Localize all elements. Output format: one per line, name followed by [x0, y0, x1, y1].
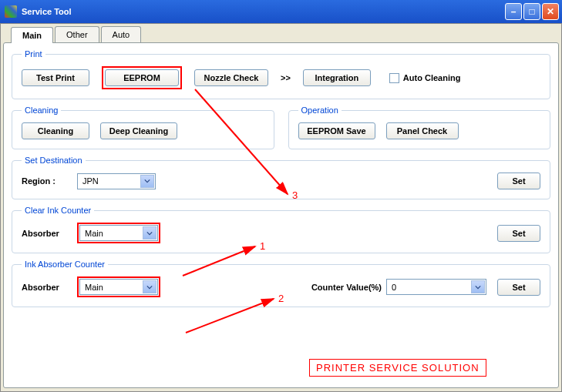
maximize-button[interactable]: □	[523, 3, 540, 20]
ink-absorber-legend: Ink Absorber Counter	[22, 260, 108, 269]
cleaning-legend: Cleaning	[22, 106, 61, 115]
ink-absorber-counter-group: Ink Absorber Counter Absorber Main Count…	[12, 260, 550, 307]
clear-ink-counter-group: Clear Ink Counter Absorber Main Set	[12, 206, 550, 253]
chevron-down-icon	[140, 175, 154, 188]
ink-absorber-value: Main	[85, 283, 103, 292]
cleaning-group: Cleaning Cleaning Deep Cleaning	[12, 106, 274, 149]
eeprom-save-button[interactable]: EEPROM Save	[298, 122, 375, 139]
chevron-down-icon	[471, 280, 485, 293]
counter-value-label: Counter Value(%)	[311, 283, 382, 292]
region-select[interactable]: JPN	[77, 173, 156, 189]
more-indicator: >>	[281, 73, 291, 82]
tab-auto[interactable]: Auto	[101, 26, 142, 42]
ink-absorber-set-button[interactable]: Set	[497, 279, 540, 296]
chevron-down-icon	[143, 226, 156, 240]
tab-bar: Main Other Auto	[11, 26, 559, 42]
print-group: Print Test Print EEPROM Nozzle Check >> …	[12, 49, 550, 99]
operation-legend: Operation	[298, 106, 342, 115]
window-body: Main Other Auto Print Test Print EEPROM …	[0, 23, 562, 392]
clear-ink-absorber-value: Main	[85, 229, 103, 238]
set-destination-legend: Set Destination	[22, 156, 86, 165]
app-icon	[5, 5, 17, 18]
tab-page-main: Print Test Print EEPROM Nozzle Check >> …	[3, 42, 559, 388]
window-title: Service Tool	[22, 7, 505, 16]
counter-value-select[interactable]: 0	[386, 279, 486, 295]
clear-ink-absorber-label: Absorber	[22, 229, 77, 238]
chevron-down-icon	[143, 280, 156, 293]
print-legend: Print	[22, 49, 45, 59]
eeprom-button[interactable]: EEPROM	[105, 69, 179, 86]
deep-cleaning-button[interactable]: Deep Cleaning	[100, 122, 177, 139]
tab-other[interactable]: Other	[55, 26, 99, 42]
set-destination-set-button[interactable]: Set	[497, 173, 540, 189]
clear-ink-set-button[interactable]: Set	[497, 225, 540, 242]
panel-check-button[interactable]: Panel Check	[386, 122, 459, 139]
cleaning-button[interactable]: Cleaning	[22, 122, 89, 139]
counter-value: 0	[392, 283, 396, 292]
operation-group: Operation EEPROM Save Panel Check	[288, 106, 551, 149]
close-button[interactable]: ✕	[542, 3, 559, 20]
tab-main[interactable]: Main	[11, 27, 53, 43]
region-label: Region :	[22, 176, 77, 186]
nozzle-check-button[interactable]: Nozzle Check	[194, 69, 268, 86]
ink-absorber-select[interactable]: Main	[79, 279, 158, 295]
titlebar: Service Tool – □ ✕	[0, 0, 562, 23]
region-value: JPN	[82, 176, 99, 186]
set-destination-group: Set Destination Region : JPN Set	[12, 156, 550, 199]
auto-cleaning-label: Auto Cleaning	[403, 73, 461, 82]
ink-absorber-label: Absorber	[22, 283, 77, 292]
minimize-button[interactable]: –	[505, 3, 522, 20]
clear-ink-absorber-select[interactable]: Main	[79, 225, 158, 241]
watermark: PRINTER SERVICE SOLUTION	[309, 359, 486, 377]
clear-ink-legend: Clear Ink Counter	[22, 206, 94, 215]
integration-button[interactable]: Integration	[303, 69, 371, 86]
auto-cleaning-checkbox[interactable]	[389, 73, 399, 83]
test-print-button[interactable]: Test Print	[22, 69, 89, 86]
